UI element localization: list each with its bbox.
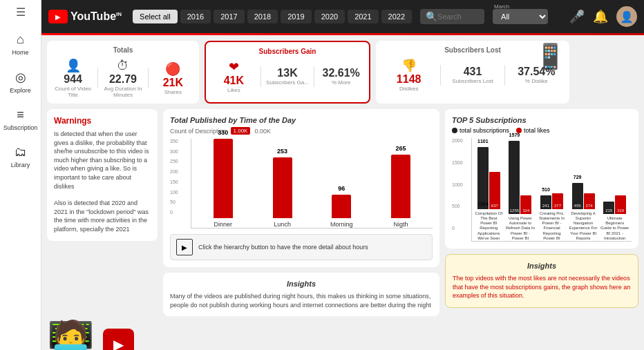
subs-gain-inner: ❤ 41K Likes 13K Subscribers Ga... 32.61% (211, 59, 363, 93)
insights-card: Insights Many of the videos are publishe… (163, 273, 439, 316)
bar-chart-card: Total Published by Time of the Day Count… (163, 109, 439, 267)
home-icon: ⌂ (17, 32, 24, 47)
top5-bar1-like-wrap: 637 (489, 172, 500, 209)
sidebar-item-library[interactable]: 🗂 Library (0, 138, 41, 175)
bar-night: 265 Nigth (375, 155, 427, 228)
mid-panel: Total Published by Time of the Day Count… (163, 109, 439, 316)
subs-lost-stat: 431 Subscribers Lost (445, 66, 500, 84)
top5-bar5-like-val: 319 (617, 208, 624, 213)
dislike-pct-label: % Dislike (525, 78, 548, 84)
play-button[interactable]: ▶ (176, 239, 193, 255)
bar-chart-bars: 330 Dinner 253 (191, 139, 433, 229)
year-2022-button[interactable]: 2022 (381, 10, 412, 23)
bar-dinner-label: Dinner (214, 221, 233, 228)
top5-bar5-label: Ultimate Beginners Guide to Power BI 202… (600, 216, 629, 241)
select-all-button[interactable]: Select all (133, 10, 178, 23)
y-0: 0 (170, 210, 178, 215)
warnings-card: Warnings Is detected that when the user … (47, 109, 158, 241)
subs-gain-stat: 13K Subscribers Ga... (265, 67, 310, 86)
bar-morning-value: 96 (338, 185, 345, 192)
year-2017-button[interactable]: 2017 (214, 10, 244, 23)
subs-lost-card: Subscribers Lost 👎 1148 Dislikes 431 Sub… (376, 41, 569, 104)
content-area: Totals 👤 944 Count of Video Title ⏱ 22.7… (41, 35, 644, 350)
shares-stat: 🔴 21K Shares (153, 61, 193, 95)
heart-icon: ❤ (229, 59, 239, 75)
top5-bar3-label: Creating PnL Statements In Power BI - Fi… (537, 211, 567, 241)
y-300: 300 (170, 149, 178, 154)
clock-icon: ⏱ (117, 59, 129, 73)
sidebar-item-home[interactable]: ⌂ Home (0, 26, 41, 63)
likes-value: 41K (224, 75, 244, 87)
top5-bar5: 215 319 Ultimate Beginners Guide to Powe… (600, 195, 629, 241)
top5-insights-text: The top videos with the most likes are n… (453, 274, 631, 300)
top5-bar5-sub-val: 215 (605, 208, 612, 213)
sidebar-explore-label: Explore (10, 87, 31, 94)
bar-lunch-rect (273, 157, 292, 218)
top5-bar4-like-val: 274 (586, 204, 593, 208)
phone-illustration: 📱 (535, 42, 566, 71)
sidebar: ☰ ⌂ Home ◎ Explore ≡ Subscription 🗂 Libr… (0, 0, 41, 350)
top5-bar1: 1101 1064 637 (474, 147, 504, 241)
person-icon: 👤 (66, 58, 81, 73)
search-area: 🔍 (420, 9, 484, 24)
top5-bar2-like-val: 324 (522, 208, 529, 213)
left-panel: Warnings Is detected that when the user … (47, 109, 158, 316)
avg-label: Avg Duration In Minutes (102, 86, 143, 98)
year-2016-button[interactable]: 2016 (180, 10, 211, 23)
logo-wordmark: YouTube (70, 10, 116, 22)
y-200: 200 (170, 169, 178, 174)
more-stat: 32.61% % More (319, 67, 363, 86)
sidebar-item-subscription[interactable]: ≡ Subscription (0, 101, 41, 138)
top5-bar3-like-wrap: 277 (552, 193, 563, 209)
warnings-text1: Is detected that when the user gives a d… (54, 130, 151, 191)
search-input[interactable] (437, 12, 479, 21)
y-100: 100 (170, 190, 178, 195)
top5-legend: total subscriptions total likes (452, 127, 632, 134)
subs-gain-card: Subscribers Gain ❤ 41K Likes 13K Subscri… (205, 41, 370, 104)
march-dropdown[interactable]: All (493, 9, 548, 24)
likes-stat: ❤ 41K Likes (211, 59, 256, 93)
top5-bar3-sub-wrap: 510 241 (540, 195, 551, 209)
top5-bar1-like-val: 637 (491, 204, 498, 208)
year-2020-button[interactable]: 2020 (314, 10, 345, 23)
sidebar-item-explore[interactable]: ◎ Explore (0, 63, 41, 101)
top5-bar1-sub-top: 1101 (477, 139, 489, 144)
bar-dinner-value: 330 (218, 129, 228, 136)
hamburger-menu[interactable]: ☰ (16, 6, 26, 19)
y-50: 50 (170, 200, 178, 204)
divider3 (261, 66, 261, 87)
march-label: March (494, 3, 509, 10)
totals-inner: 👤 944 Count of Video Title ⏱ 22.79 Avg D… (53, 58, 193, 98)
subs-gain-title: Subscribers Gain (211, 48, 363, 55)
subscription-icon: ≡ (17, 108, 24, 122)
top5-bar4-pair: 729 455 274 (572, 183, 595, 209)
top5-card: TOP 5 Subscriptions total subscriptions … (445, 109, 638, 249)
top5-bar4-sub-wrap: 729 455 (572, 183, 583, 209)
year-2021-button[interactable]: 2021 (348, 10, 378, 23)
insights-text: Many of the videos are published during … (170, 292, 433, 309)
top5-bar2-label: Using Power Automate to Refresh Data In … (506, 216, 536, 241)
bar-chart-wrapper: 350 300 250 200 150 100 50 0 (170, 139, 433, 229)
top5-insights-title: Insights (453, 262, 631, 270)
bar-dinner-rect (214, 139, 233, 218)
more-value: 32.61% (323, 67, 360, 79)
legend-subscriptions: total subscriptions (452, 127, 509, 134)
top5-bar2-sub-wrap: 1579 1255 (509, 141, 520, 214)
insights-title: Insights (170, 280, 433, 288)
sidebar-sub-label: Subscription (3, 124, 38, 131)
avatar[interactable]: 👤 (616, 6, 637, 27)
stats-row: Totals 👤 944 Count of Video Title ⏱ 22.7… (47, 41, 638, 104)
year-2019-button[interactable]: 2019 (281, 10, 311, 23)
bell-icon[interactable]: 🔔 (593, 9, 608, 24)
warnings-text2: Also is detected that 2020 and 2021 in t… (54, 199, 151, 233)
mic-icon[interactable]: 🎤 (569, 9, 585, 24)
march-filter: March All (493, 9, 548, 24)
sidebar-lib-label: Library (11, 162, 30, 168)
bar-night-label: Nigth (394, 221, 408, 228)
divider2 (148, 68, 149, 88)
year-2018-button[interactable]: 2018 (247, 10, 278, 23)
top5-bar3-pair: 510 241 277 (540, 193, 563, 209)
count-value: 944 (64, 73, 82, 86)
legend-dot-subs (452, 128, 457, 133)
top5-bar3-sub-val: 241 (542, 204, 549, 208)
